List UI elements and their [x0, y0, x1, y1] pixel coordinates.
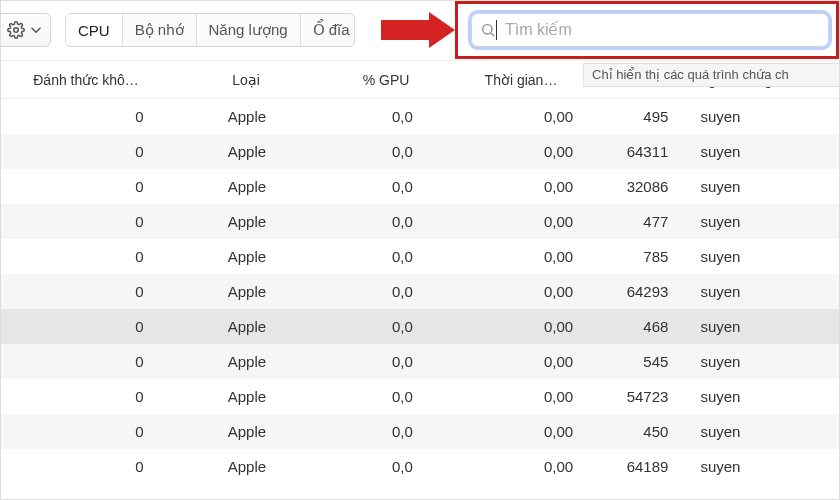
table-row[interactable]: 0Apple0,00,0054723suyen — [1, 379, 839, 414]
settings-dropdown[interactable] — [1, 13, 51, 47]
cell-gpu: 0,0 — [322, 99, 452, 134]
cell-gpu: 0,0 — [322, 344, 452, 379]
cell-time: 0,00 — [453, 414, 594, 449]
cell-user: suyen — [678, 414, 839, 449]
cell-gpu: 0,0 — [322, 239, 452, 274]
cell-user: suyen — [678, 309, 839, 344]
cell-pid: 64293 — [593, 274, 678, 309]
tab-cpu[interactable]: CPU — [66, 14, 122, 46]
resource-tabs: CPU Bộ nhớ Năng lượng Ổ đĩa — [65, 13, 355, 47]
cell-type: Apple — [172, 379, 323, 414]
col-header-gpu[interactable]: % GPU — [321, 72, 451, 88]
search-icon — [480, 22, 496, 38]
cell-type: Apple — [172, 344, 323, 379]
cell-time: 0,00 — [453, 239, 594, 274]
cell-wake: 0 — [1, 134, 172, 169]
cell-type: Apple — [172, 414, 323, 449]
cell-time: 0,00 — [453, 379, 594, 414]
cell-pid: 785 — [593, 239, 678, 274]
cell-time: 0,00 — [453, 204, 594, 239]
cell-user: suyen — [678, 344, 839, 379]
cell-wake: 0 — [1, 449, 172, 484]
cell-time: 0,00 — [453, 344, 594, 379]
cell-user: suyen — [678, 239, 839, 274]
cell-type: Apple — [172, 239, 323, 274]
cell-user: suyen — [678, 449, 839, 484]
cell-user: suyen — [678, 204, 839, 239]
cell-type: Apple — [172, 134, 323, 169]
cell-wake: 0 — [1, 204, 172, 239]
cell-gpu: 0,0 — [322, 449, 452, 484]
table-row[interactable]: 0Apple0,00,00477suyen — [1, 204, 839, 239]
cell-time: 0,00 — [453, 99, 594, 134]
table-row[interactable]: 0Apple0,00,0032086suyen — [1, 169, 839, 204]
svg-point-0 — [13, 28, 18, 33]
svg-point-1 — [483, 25, 492, 34]
cell-time: 0,00 — [453, 449, 594, 484]
cell-user: suyen — [678, 379, 839, 414]
search-tooltip: Chỉ hiển thị các quá trình chứa ch — [583, 63, 839, 87]
col-header-type[interactable]: Loại — [171, 72, 321, 88]
cell-wake: 0 — [1, 99, 172, 134]
cell-pid: 477 — [593, 204, 678, 239]
cell-pid: 450 — [593, 414, 678, 449]
cell-gpu: 0,0 — [322, 309, 452, 344]
cell-gpu: 0,0 — [322, 379, 452, 414]
cell-user: suyen — [678, 134, 839, 169]
col-header-time[interactable]: Thời gian… — [451, 72, 591, 88]
cell-pid: 54723 — [593, 379, 678, 414]
cell-wake: 0 — [1, 379, 172, 414]
table-row[interactable]: 0Apple0,00,00450suyen — [1, 414, 839, 449]
cell-wake: 0 — [1, 169, 172, 204]
cell-gpu: 0,0 — [322, 134, 452, 169]
cell-wake: 0 — [1, 239, 172, 274]
cell-time: 0,00 — [453, 134, 594, 169]
cell-wake: 0 — [1, 344, 172, 379]
cell-pid: 468 — [593, 309, 678, 344]
table-row[interactable]: 0Apple0,00,0064293suyen — [1, 274, 839, 309]
cell-type: Apple — [172, 99, 323, 134]
cell-pid: 495 — [593, 99, 678, 134]
cell-gpu: 0,0 — [322, 274, 452, 309]
search-field[interactable] — [471, 13, 829, 47]
svg-line-2 — [491, 33, 494, 36]
table-row[interactable]: 0Apple0,00,00468suyen — [1, 309, 839, 344]
cell-user: suyen — [678, 99, 839, 134]
cell-user: suyen — [678, 274, 839, 309]
cell-time: 0,00 — [453, 169, 594, 204]
table-row[interactable]: 0Apple0,00,00785suyen — [1, 239, 839, 274]
cell-type: Apple — [172, 449, 323, 484]
cell-type: Apple — [172, 204, 323, 239]
annotation-arrow — [381, 13, 461, 47]
table-row[interactable]: 0Apple0,00,00495suyen — [1, 99, 839, 134]
cell-gpu: 0,0 — [322, 169, 452, 204]
table-row[interactable]: 0Apple0,00,0064189suyen — [1, 449, 839, 484]
cell-pid: 64311 — [593, 134, 678, 169]
cell-wake: 0 — [1, 414, 172, 449]
cell-type: Apple — [172, 274, 323, 309]
cell-gpu: 0,0 — [322, 204, 452, 239]
cell-wake: 0 — [1, 309, 172, 344]
cell-pid: 64189 — [593, 449, 678, 484]
cell-wake: 0 — [1, 274, 172, 309]
search-input[interactable] — [499, 20, 820, 40]
col-header-wake[interactable]: Đánh thức khô… — [1, 72, 171, 88]
cell-pid: 32086 — [593, 169, 678, 204]
cell-time: 0,00 — [453, 274, 594, 309]
cell-gpu: 0,0 — [322, 414, 452, 449]
cell-type: Apple — [172, 309, 323, 344]
table-row[interactable]: 0Apple0,00,0064311suyen — [1, 134, 839, 169]
tab-energy[interactable]: Năng lượng — [196, 14, 300, 46]
cell-user: suyen — [678, 169, 839, 204]
process-table: 0Apple0,00,00495suyen0Apple0,00,0064311s… — [1, 99, 839, 484]
chevron-down-icon — [27, 21, 45, 39]
text-cursor — [496, 20, 497, 40]
cell-pid: 545 — [593, 344, 678, 379]
tab-disk[interactable]: Ổ đĩa — [300, 14, 354, 46]
gear-icon — [7, 21, 25, 39]
cell-time: 0,00 — [453, 309, 594, 344]
tab-memory[interactable]: Bộ nhớ — [122, 14, 196, 46]
cell-type: Apple — [172, 169, 323, 204]
table-row[interactable]: 0Apple0,00,00545suyen — [1, 344, 839, 379]
